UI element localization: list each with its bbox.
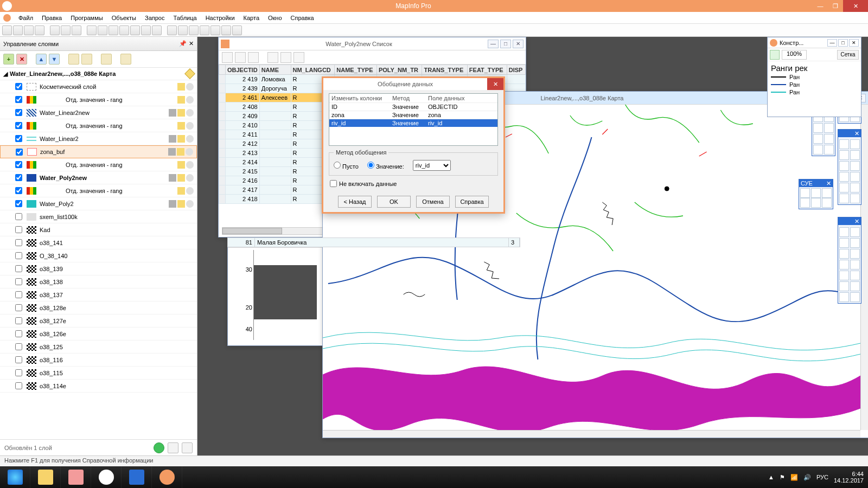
layer-sun-icon[interactable]	[177, 187, 185, 195]
toolbar-btn[interactable]	[98, 25, 107, 35]
tool-btn[interactable]	[850, 139, 860, 149]
col-header[interactable]: TRANS_TYPE	[422, 65, 467, 75]
radio-value[interactable]: Значение:	[367, 162, 404, 170]
layer-visibility-checkbox[interactable]	[15, 161, 22, 168]
taskbar-mapinfo[interactable]	[152, 466, 182, 488]
tool-btn[interactable]	[839, 172, 849, 182]
tool-btn[interactable]	[839, 227, 849, 237]
tool-btn[interactable]	[813, 123, 823, 133]
layer-dot-icon[interactable]	[186, 96, 194, 104]
tool-btn[interactable]	[839, 194, 849, 203]
close-button[interactable]: ✕	[849, 39, 859, 47]
layer-visibility-checkbox[interactable]	[15, 330, 22, 337]
table-tool[interactable]	[280, 52, 291, 63]
toolbar-btn[interactable]	[13, 25, 23, 35]
layer-row[interactable]: o38_125	[0, 341, 197, 354]
layer-row[interactable]: Water_Poly2new	[0, 171, 197, 184]
toolbar-btn[interactable]	[167, 25, 177, 35]
legend-header[interactable]: Констр... — □ ✕	[768, 37, 861, 48]
cancel-button[interactable]: Отмена	[416, 196, 450, 208]
max-button[interactable]: □	[838, 39, 848, 47]
layer-sun-icon[interactable]	[177, 96, 185, 104]
tool-btn[interactable]	[822, 198, 832, 208]
tray-clock[interactable]: 6:4414.12.2017	[834, 471, 864, 484]
menu-map[interactable]: Карта	[240, 14, 263, 22]
table-tool[interactable]	[235, 52, 246, 63]
tool-btn[interactable]	[800, 188, 810, 198]
tool-btn[interactable]	[822, 188, 832, 198]
layer-sun-icon[interactable]	[177, 122, 185, 130]
layer-visibility-checkbox[interactable]	[15, 265, 22, 272]
col-header[interactable]: NM_LANGCD	[291, 65, 335, 75]
toolbar-btn[interactable]	[130, 25, 140, 35]
layer-visibility-checkbox[interactable]	[15, 109, 22, 116]
col-header[interactable]: NAME	[259, 65, 291, 75]
layer-pen-icon[interactable]	[169, 135, 176, 143]
layer-dot-icon[interactable]	[186, 200, 194, 208]
layer-dot-icon[interactable]	[186, 109, 194, 117]
close-button[interactable]: ✕	[513, 40, 524, 48]
layer-row[interactable]: Отд. значения - rang	[0, 184, 197, 197]
pin-icon[interactable]: 📌	[179, 40, 187, 47]
layer-sun-icon[interactable]	[177, 200, 185, 208]
toolbar-btn[interactable]	[178, 25, 188, 35]
layer-row[interactable]: Отд. значения - rang	[0, 119, 197, 132]
table-window-header[interactable]: Water_Poly2new Список — □ ✕	[219, 37, 526, 50]
layer-sun-icon[interactable]	[177, 83, 185, 91]
dialog-grid-row[interactable]: riv_idЗначениеriv_id	[329, 119, 497, 127]
exclude-data-checkbox[interactable]: Не включать данные	[330, 180, 497, 187]
menu-file[interactable]: Файл	[15, 14, 36, 22]
toolbar-btn[interactable]	[152, 25, 162, 35]
layer-visibility-checkbox[interactable]	[15, 369, 22, 376]
tool-btn[interactable]	[800, 198, 810, 208]
toolbar-btn[interactable]	[119, 25, 129, 35]
layer-row[interactable]: o38_114e	[0, 380, 197, 393]
layer-visibility-checkbox[interactable]	[15, 382, 22, 389]
layer-row[interactable]: o38_139	[0, 262, 197, 275]
toolbar-btn[interactable]	[50, 25, 60, 35]
layer-row[interactable]: o38_137	[0, 288, 197, 301]
layer-visibility-checkbox[interactable]	[15, 135, 22, 142]
layer-dot-icon[interactable]	[186, 135, 194, 143]
layer-row[interactable]: o38_128e	[0, 301, 197, 314]
layer-row[interactable]: O_38_140	[0, 249, 197, 262]
tool-btn[interactable]	[813, 145, 823, 155]
col-header[interactable]: FEAT_TYPE	[467, 65, 507, 75]
dialog-help-button[interactable]: Справка	[455, 196, 489, 208]
min-button[interactable]: —	[827, 39, 837, 47]
layer-visibility-checkbox[interactable]	[15, 122, 22, 129]
toolbar-btn[interactable]	[200, 25, 209, 35]
layer-dot-icon[interactable]	[186, 161, 194, 169]
layer-dot-icon[interactable]	[186, 122, 194, 130]
toolbar-btn[interactable]	[72, 25, 81, 35]
apply-icon[interactable]	[154, 442, 164, 453]
dialog-header[interactable]: Обобщение данных ✕	[323, 78, 503, 90]
move-up-button[interactable]: ▲	[36, 54, 47, 65]
layer-row[interactable]: o38_126e	[0, 328, 197, 341]
layer-row[interactable]: o38_115	[0, 367, 197, 380]
layer-row[interactable]: o38_138	[0, 275, 197, 288]
layer-dot-icon[interactable]	[186, 148, 193, 156]
menu-edit[interactable]: Правка	[39, 14, 65, 22]
toolbar-btn[interactable]	[221, 25, 231, 35]
toolbar-btn[interactable]	[189, 25, 199, 35]
add-layer-button[interactable]: +	[3, 54, 14, 65]
layer-visibility-checkbox[interactable]	[15, 83, 22, 90]
layer-row[interactable]: Отд. значения - rang	[0, 158, 197, 171]
value-select[interactable]: riv_id	[413, 160, 451, 171]
tray-up-icon[interactable]: ▲	[768, 474, 774, 480]
layer-visibility-checkbox[interactable]	[15, 174, 22, 181]
layer-row[interactable]: o38_127e	[0, 314, 197, 328]
toolbar-btn[interactable]	[61, 25, 71, 35]
tool-btn[interactable]	[824, 134, 834, 144]
layer-visibility-checkbox[interactable]	[15, 213, 22, 220]
tool-btn[interactable]	[839, 150, 849, 160]
layer-tool[interactable]	[68, 54, 79, 65]
layer-row[interactable]: Косметический слой	[0, 80, 197, 93]
layer-group[interactable]: ◢ Water_Linear2new,...,o38_088e Карта	[0, 68, 197, 80]
layer-visibility-checkbox[interactable]	[15, 317, 22, 324]
toolbar-btn[interactable]	[108, 25, 118, 35]
layer-pen-icon[interactable]	[169, 109, 176, 117]
tool-btn[interactable]	[850, 281, 860, 291]
toolbar-btn[interactable]	[35, 25, 44, 35]
